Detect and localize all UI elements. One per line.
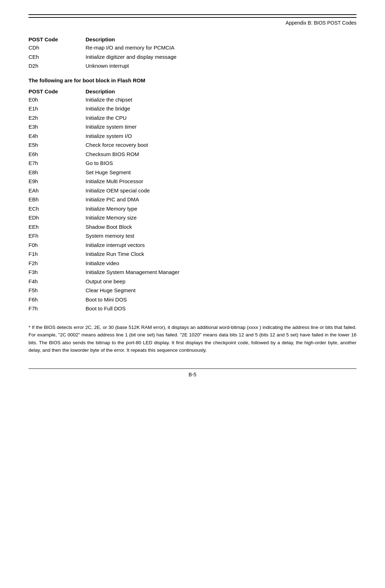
table-row: EDh Initialize Memory size	[29, 214, 356, 222]
post-desc: Initialize system I/O	[86, 132, 356, 140]
table-row: ECh Initialize Memory type	[29, 205, 356, 213]
table-row: E8h Set Huge Segment	[29, 169, 356, 177]
table-row: F4h Output one beep	[29, 278, 356, 286]
post-code: E3h	[29, 123, 86, 131]
post-desc: Initialize the bridge	[86, 105, 356, 113]
table-row: E5h Check force recovery boot	[29, 141, 356, 149]
table-row: F5h Clear Huge Segment	[29, 287, 356, 295]
table-row: E4h Initialize system I/O	[29, 132, 356, 140]
post-desc: Initialize OEM special code	[86, 187, 356, 195]
post-desc: Initialize the CPU	[86, 114, 356, 122]
footnote: * If the BIOS detects error 2C, 2E, or 3…	[29, 324, 356, 354]
post-code: E0h	[29, 96, 86, 104]
post-desc: Initialize Memory type	[86, 205, 356, 213]
post-desc: Unknown interrupt	[86, 62, 356, 70]
post-code: ECh	[29, 205, 86, 213]
post-code: EBh	[29, 196, 86, 204]
table-row: F0h Initialize interrupt vectors	[29, 241, 356, 249]
table-row: F3h Initialize System Management Manager	[29, 268, 356, 277]
table-row: E7h Go to BIOS	[29, 159, 356, 167]
post-code: EAh	[29, 187, 86, 195]
post-desc: Output one beep	[86, 278, 356, 286]
table-row: EFh System memory test	[29, 232, 356, 240]
post-desc: Check force recovery boot	[86, 141, 356, 149]
post-code: EEh	[29, 223, 86, 231]
post-desc: Initialize system timer	[86, 123, 356, 131]
post-code: E4h	[29, 132, 86, 140]
post-desc: Initialize Multi Processor	[86, 177, 356, 186]
post-code: CEh	[29, 53, 86, 61]
post-desc: Set Huge Segment	[86, 169, 356, 177]
table-row: E1h Initialize the bridge	[29, 105, 356, 113]
post-desc: Boot to Mini DOS	[86, 296, 356, 304]
table-row: CDh Re-map I/O and memory for PCMCIA	[29, 44, 356, 52]
post-desc: Re-map I/O and memory for PCMCIA	[86, 44, 356, 52]
table-row: EAh Initialize OEM special code	[29, 187, 356, 195]
table-row: EBh Initialize PIC and DMA	[29, 196, 356, 204]
post-desc: Clear Huge Segment	[86, 287, 356, 295]
post-desc: Checksum BIOS ROM	[86, 150, 356, 159]
header-title: Appendix B: BIOS POST Codes	[286, 20, 356, 26]
table-row: CEh Initialize digitizer and display mes…	[29, 53, 356, 61]
second-table-col1-header: POST Code	[29, 88, 86, 94]
post-code: E7h	[29, 159, 86, 167]
post-code: F2h	[29, 259, 86, 268]
table-row: EEh Shadow Boot Block	[29, 223, 356, 231]
post-code: F7h	[29, 305, 86, 313]
first-table-col1-header: POST Code	[29, 36, 86, 42]
second-table-header: POST Code Description	[29, 88, 356, 94]
page-container: Appendix B: BIOS POST Codes POST Code De…	[0, 0, 385, 399]
post-desc: Initialize interrupt vectors	[86, 241, 356, 249]
page-number: B-5	[189, 372, 196, 377]
table-row: E2h Initialize the CPU	[29, 114, 356, 122]
table-row: E3h Initialize system timer	[29, 123, 356, 131]
table-row: E6h Checksum BIOS ROM	[29, 150, 356, 159]
post-code: E9h	[29, 177, 86, 186]
table-row: F1h Initialize Run Time Clock	[29, 250, 356, 258]
post-desc: Go to BIOS	[86, 159, 356, 167]
post-desc: Initialize video	[86, 259, 356, 268]
post-code: F6h	[29, 296, 86, 304]
first-table: POST Code Description CDh Re-map I/O and…	[29, 36, 356, 70]
post-desc: Boot to Full DOS	[86, 305, 356, 313]
second-table-col2-header: Description	[86, 88, 356, 94]
post-desc: Initialize digitizer and display message	[86, 53, 356, 61]
post-code: EFh	[29, 232, 86, 240]
post-code: F0h	[29, 241, 86, 249]
table-row: F2h Initialize video	[29, 259, 356, 268]
post-code: D2h	[29, 62, 86, 70]
table-row: F6h Boot to Mini DOS	[29, 296, 356, 304]
post-code: CDh	[29, 44, 86, 52]
post-code: E1h	[29, 105, 86, 113]
post-code: F1h	[29, 250, 86, 258]
top-divider	[29, 14, 356, 15]
table-row: D2h Unknown interrupt	[29, 62, 356, 70]
post-code: F5h	[29, 287, 86, 295]
table-row: E9h Initialize Multi Processor	[29, 177, 356, 186]
post-code: F3h	[29, 268, 86, 277]
table-row: E0h Initialize the chipset	[29, 96, 356, 104]
post-desc: Initialize System Management Manager	[86, 268, 356, 277]
post-desc: System memory test	[86, 232, 356, 240]
post-code: E8h	[29, 169, 86, 177]
second-table: POST Code Description E0h Initialize the…	[29, 88, 356, 313]
first-table-header: POST Code Description	[29, 36, 356, 42]
post-desc: Shadow Boot Block	[86, 223, 356, 231]
post-code: E6h	[29, 150, 86, 159]
post-desc: Initialize the chipset	[86, 96, 356, 104]
post-code: F4h	[29, 278, 86, 286]
post-desc: Initialize PIC and DMA	[86, 196, 356, 204]
page-footer: B-5	[29, 368, 356, 377]
post-code: EDh	[29, 214, 86, 222]
first-table-col2-header: Description	[86, 36, 356, 42]
page-header: Appendix B: BIOS POST Codes	[29, 17, 356, 26]
table-row: F7h Boot to Full DOS	[29, 305, 356, 313]
flash-rom-heading: The following are for boot block in Flas…	[29, 77, 356, 83]
post-code: E5h	[29, 141, 86, 149]
post-code: E2h	[29, 114, 86, 122]
post-desc: Initialize Memory size	[86, 214, 356, 222]
post-desc: Initialize Run Time Clock	[86, 250, 356, 258]
